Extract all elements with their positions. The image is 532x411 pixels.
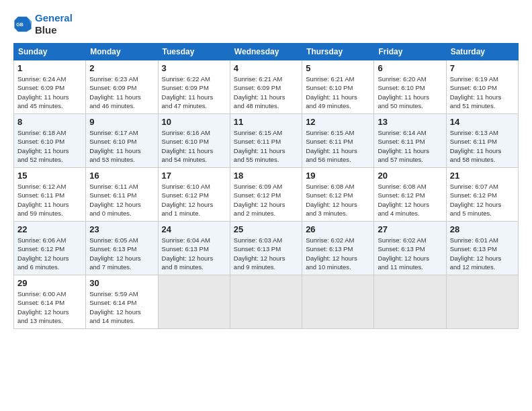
day-info: Sunrise: 6:17 AMSunset: 6:10 PMDaylight:… [89, 128, 154, 164]
col-header-thursday: Thursday [302, 44, 374, 60]
calendar-cell: 11Sunrise: 6:15 AMSunset: 6:11 PMDayligh… [230, 114, 302, 168]
calendar-cell: 9Sunrise: 6:17 AMSunset: 6:10 PMDaylight… [86, 114, 158, 168]
calendar-cell: 8Sunrise: 6:18 AMSunset: 6:10 PMDaylight… [14, 114, 86, 168]
day-number: 17 [162, 171, 226, 181]
day-info: Sunrise: 6:09 AMSunset: 6:12 PMDaylight:… [234, 182, 298, 218]
day-info: Sunrise: 6:06 AMSunset: 6:12 PMDaylight:… [17, 236, 82, 271]
day-number: 27 [378, 224, 442, 234]
day-number: 10 [162, 117, 226, 127]
day-number: 13 [378, 117, 442, 127]
day-number: 23 [89, 224, 154, 234]
calendar-cell: 14Sunrise: 6:13 AMSunset: 6:11 PMDayligh… [446, 114, 518, 168]
day-info: Sunrise: 6:19 AMSunset: 6:10 PMDaylight:… [450, 75, 515, 110]
calendar-cell: 4Sunrise: 6:21 AMSunset: 6:09 PMDaylight… [230, 60, 302, 114]
calendar-cell: 1Sunrise: 6:24 AMSunset: 6:09 PMDaylight… [14, 60, 86, 114]
page: GB General Blue SundayMondayTuesdayWedne… [0, 0, 532, 411]
calendar-cell: 27Sunrise: 6:02 AMSunset: 6:13 PMDayligh… [374, 222, 446, 275]
calendar-cell [230, 275, 302, 329]
header: GB General Blue [13, 12, 519, 36]
day-info: Sunrise: 6:14 AMSunset: 6:11 PMDaylight:… [378, 128, 442, 164]
logo-text: General Blue [35, 12, 73, 36]
day-number: 3 [162, 63, 226, 73]
col-header-saturday: Saturday [446, 44, 518, 60]
day-info: Sunrise: 6:20 AMSunset: 6:10 PMDaylight:… [378, 75, 442, 110]
day-info: Sunrise: 6:11 AMSunset: 6:11 PMDaylight:… [89, 182, 154, 218]
day-info: Sunrise: 6:05 AMSunset: 6:13 PMDaylight:… [89, 236, 154, 271]
day-number: 14 [450, 117, 515, 127]
calendar-cell: 2Sunrise: 6:23 AMSunset: 6:09 PMDaylight… [86, 60, 158, 114]
svg-text:GB: GB [16, 22, 24, 27]
day-info: Sunrise: 6:12 AMSunset: 6:11 PMDaylight:… [17, 182, 82, 218]
calendar-cell: 28Sunrise: 6:01 AMSunset: 6:13 PMDayligh… [446, 222, 518, 275]
day-info: Sunrise: 6:13 AMSunset: 6:11 PMDaylight:… [450, 128, 515, 164]
calendar-cell: 24Sunrise: 6:04 AMSunset: 6:13 PMDayligh… [158, 222, 230, 275]
calendar-cell [158, 275, 230, 329]
col-header-wednesday: Wednesday [230, 44, 302, 60]
calendar-cell: 21Sunrise: 6:07 AMSunset: 6:12 PMDayligh… [446, 168, 518, 222]
calendar-cell: 5Sunrise: 6:21 AMSunset: 6:10 PMDaylight… [302, 60, 374, 114]
day-info: Sunrise: 6:15 AMSunset: 6:11 PMDaylight:… [306, 128, 370, 164]
day-number: 11 [234, 117, 298, 127]
day-number: 24 [162, 224, 226, 234]
day-info: Sunrise: 6:02 AMSunset: 6:13 PMDaylight:… [378, 236, 442, 271]
day-info: Sunrise: 6:24 AMSunset: 6:09 PMDaylight:… [17, 75, 82, 110]
day-info: Sunrise: 6:08 AMSunset: 6:12 PMDaylight:… [378, 182, 442, 218]
day-number: 15 [17, 171, 82, 181]
day-info: Sunrise: 6:22 AMSunset: 6:09 PMDaylight:… [162, 75, 226, 110]
day-info: Sunrise: 6:03 AMSunset: 6:13 PMDaylight:… [234, 236, 298, 271]
day-info: Sunrise: 6:08 AMSunset: 6:12 PMDaylight:… [306, 182, 370, 218]
calendar-cell: 19Sunrise: 6:08 AMSunset: 6:12 PMDayligh… [302, 168, 374, 222]
day-number: 25 [234, 224, 298, 234]
calendar-cell: 30Sunrise: 5:59 AMSunset: 6:14 PMDayligh… [86, 275, 158, 329]
calendar-cell: 16Sunrise: 6:11 AMSunset: 6:11 PMDayligh… [86, 168, 158, 222]
day-number: 21 [450, 171, 515, 181]
day-info: Sunrise: 6:01 AMSunset: 6:13 PMDaylight:… [450, 236, 515, 271]
day-number: 4 [234, 63, 298, 73]
day-info: Sunrise: 6:00 AMSunset: 6:14 PMDaylight:… [17, 289, 82, 325]
day-info: Sunrise: 5:59 AMSunset: 6:14 PMDaylight:… [89, 289, 154, 325]
day-info: Sunrise: 6:15 AMSunset: 6:11 PMDaylight:… [234, 128, 298, 164]
day-number: 20 [378, 171, 442, 181]
logo: GB General Blue [13, 12, 73, 36]
day-number: 16 [89, 171, 154, 181]
day-info: Sunrise: 6:18 AMSunset: 6:10 PMDaylight:… [17, 128, 82, 164]
col-header-sunday: Sunday [14, 44, 86, 60]
day-number: 9 [89, 117, 154, 127]
day-info: Sunrise: 6:21 AMSunset: 6:10 PMDaylight:… [306, 75, 370, 110]
day-number: 7 [450, 63, 515, 73]
calendar-cell: 18Sunrise: 6:09 AMSunset: 6:12 PMDayligh… [230, 168, 302, 222]
day-number: 1 [17, 63, 82, 73]
day-number: 26 [306, 224, 370, 234]
calendar-cell [374, 275, 446, 329]
day-number: 6 [378, 63, 442, 73]
day-number: 18 [234, 171, 298, 181]
day-info: Sunrise: 6:10 AMSunset: 6:12 PMDaylight:… [162, 182, 226, 218]
day-number: 19 [306, 171, 370, 181]
calendar-cell: 12Sunrise: 6:15 AMSunset: 6:11 PMDayligh… [302, 114, 374, 168]
calendar-cell: 15Sunrise: 6:12 AMSunset: 6:11 PMDayligh… [14, 168, 86, 222]
calendar-cell: 26Sunrise: 6:02 AMSunset: 6:13 PMDayligh… [302, 222, 374, 275]
day-info: Sunrise: 6:02 AMSunset: 6:13 PMDaylight:… [306, 236, 370, 271]
day-number: 2 [89, 63, 154, 73]
calendar-cell: 13Sunrise: 6:14 AMSunset: 6:11 PMDayligh… [374, 114, 446, 168]
calendar-cell: 25Sunrise: 6:03 AMSunset: 6:13 PMDayligh… [230, 222, 302, 275]
calendar-cell: 6Sunrise: 6:20 AMSunset: 6:10 PMDaylight… [374, 60, 446, 114]
calendar-cell: 17Sunrise: 6:10 AMSunset: 6:12 PMDayligh… [158, 168, 230, 222]
calendar-cell: 29Sunrise: 6:00 AMSunset: 6:14 PMDayligh… [14, 275, 86, 329]
calendar-cell [446, 275, 518, 329]
day-info: Sunrise: 6:16 AMSunset: 6:10 PMDaylight:… [162, 128, 226, 164]
day-number: 8 [17, 117, 82, 127]
day-info: Sunrise: 6:07 AMSunset: 6:12 PMDaylight:… [450, 182, 515, 218]
col-header-friday: Friday [374, 44, 446, 60]
calendar-cell: 23Sunrise: 6:05 AMSunset: 6:13 PMDayligh… [86, 222, 158, 275]
day-number: 30 [89, 278, 154, 288]
col-header-monday: Monday [86, 44, 158, 60]
calendar-cell: 22Sunrise: 6:06 AMSunset: 6:12 PMDayligh… [14, 222, 86, 275]
day-info: Sunrise: 6:21 AMSunset: 6:09 PMDaylight:… [234, 75, 298, 110]
calendar-cell: 10Sunrise: 6:16 AMSunset: 6:10 PMDayligh… [158, 114, 230, 168]
day-number: 29 [17, 278, 82, 288]
calendar-cell [302, 275, 374, 329]
calendar-table: SundayMondayTuesdayWednesdayThursdayFrid… [13, 43, 519, 329]
calendar-cell: 20Sunrise: 6:08 AMSunset: 6:12 PMDayligh… [374, 168, 446, 222]
day-number: 12 [306, 117, 370, 127]
